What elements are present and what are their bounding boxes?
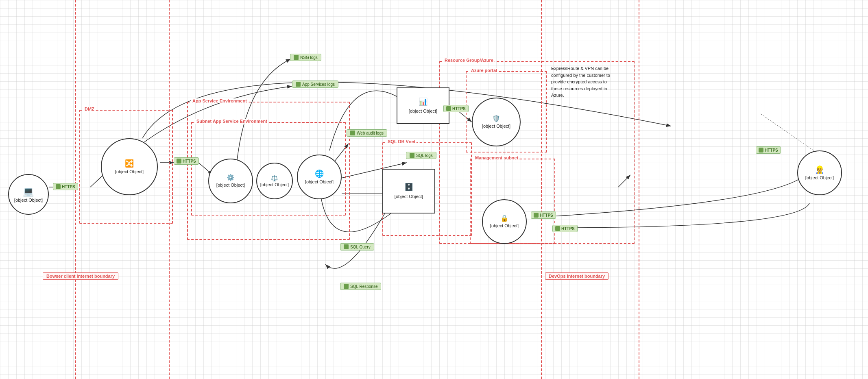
azure-sql-label: [object Object] (395, 194, 423, 200)
subnet-app-service-label: Subnet App Service Environment (195, 119, 268, 124)
app-service-env-label: [object Object] (216, 182, 245, 188)
app-service-env-label: App Service Environment (191, 98, 248, 103)
azure-portal-label: Azure portal (470, 68, 498, 73)
management-subnet-label: Management subnet (474, 155, 519, 160)
load-balancer-node: ⚖️ [object Object] (256, 163, 293, 199)
sql-logs-icon (410, 153, 414, 158)
azure-storage-icon: 📊 (419, 97, 427, 107)
dmz-label: DMZ (83, 107, 96, 111)
https-icon-4 (534, 213, 539, 218)
web-app-label: [object Object] (305, 179, 334, 185)
sql-query-badge: SQL Query (340, 243, 374, 250)
bastion-host-label: [object Object] (490, 223, 519, 229)
app-services-logs-icon (296, 82, 301, 87)
app-gateway-node: 🔀 [object Object] (101, 138, 158, 195)
https-badge-1: HTTPS (53, 183, 78, 190)
browser-internet-boundary-label: Bowser client internet boundary (43, 272, 118, 280)
svg-line-12 (761, 114, 813, 150)
https-badge-3: HTTPS (443, 105, 469, 112)
web-audit-logs-badge: Web audit logs (347, 129, 387, 137)
nsg-logs-icon (294, 55, 299, 60)
web-app-node: 🌐 [object Object] (297, 155, 342, 199)
app-services-logs-badge: App Services logs (292, 81, 338, 88)
https-badge-5: HTTPS (756, 146, 781, 154)
https-icon-2 (177, 159, 181, 163)
azure-security-label: [object Object] (482, 123, 510, 129)
https-badge-6: HTTPS (552, 225, 578, 232)
sql-db-vnet-label: SQL DB Vnet (386, 139, 417, 144)
https-icon-6 (555, 226, 560, 231)
diagram-canvas: Bowser client internet boundary DevOps i… (0, 0, 868, 379)
nsg-logs-badge: NSG logs (290, 54, 321, 61)
load-balancer-label: [object Object] (260, 182, 289, 187)
sql-response-badge: SQL Response (340, 283, 381, 290)
devops-engineer-label: [object Object] (805, 175, 834, 181)
app-gateway-label: [object Object] (115, 169, 144, 174)
https-badge-4: HTTPS (531, 211, 556, 219)
app-service-env-node: ⚙️ [object Object] (208, 159, 253, 203)
https-icon-1 (56, 184, 61, 189)
sql-query-icon (344, 244, 349, 249)
https-badge-2: HTTPS (174, 157, 199, 165)
https-icon-5 (759, 148, 763, 152)
azure-security-node: 🛡️ [object Object] (472, 98, 521, 146)
sql-logs-badge: SQL logs (406, 152, 436, 159)
devops-engineer-node: 👷 [object Object] (797, 150, 842, 195)
azure-sql-node: 🗄️ [object Object] (382, 169, 435, 213)
azure-storage-node: 📊 [object Object] (397, 87, 449, 124)
https-icon-3 (446, 106, 451, 111)
sql-response-icon (344, 284, 349, 289)
bastion-host-node: 🔒 [object Object] (482, 199, 527, 244)
web-audit-logs-icon (350, 131, 355, 135)
azure-storage-label: [object Object] (409, 108, 437, 114)
browser-client-node: 💻 [object Object] (8, 174, 49, 215)
right-boundary-line-2 (639, 0, 639, 379)
resource-group-label: Resource Group/Azure (443, 58, 495, 63)
devops-internet-boundary-label: DevOps internet boundary (545, 272, 608, 280)
browser-client-label: [object Object] (14, 197, 43, 203)
annotation-text: ExpressRoute & VPN can be configured by … (551, 65, 616, 99)
azure-sql-icon: 🗄️ (404, 182, 413, 192)
